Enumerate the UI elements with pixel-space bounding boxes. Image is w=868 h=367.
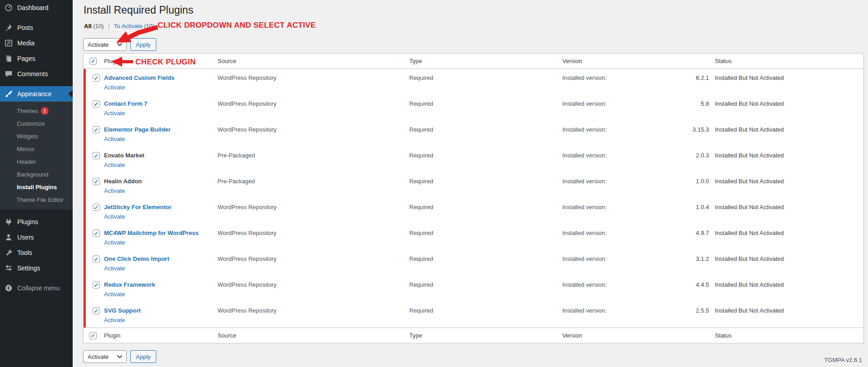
plugin-checkbox[interactable]: ✓ bbox=[93, 230, 100, 237]
sidebar-item-tools[interactable]: Tools bbox=[0, 245, 73, 260]
checkmark-icon: ✓ bbox=[94, 127, 99, 133]
activate-link[interactable]: Activate bbox=[104, 265, 125, 272]
submenu-item-widgets[interactable]: Widgets bbox=[0, 130, 73, 143]
filter-to-activate-count: (10) bbox=[144, 23, 154, 29]
select-all-checkbox[interactable]: ✓ bbox=[89, 332, 97, 339]
filter-separator: | bbox=[108, 23, 109, 29]
plugin-name-link[interactable]: One Click Demo Import bbox=[104, 255, 218, 263]
plugin-source: WordPress Repository bbox=[218, 276, 409, 289]
plugin-checkbox[interactable]: ✓ bbox=[93, 255, 100, 263]
plugin-row: ✓ Healin Addon Activate Pre-Packaged Req… bbox=[84, 172, 863, 198]
status-filter-links: All (10) | To Activate (10) bbox=[84, 23, 154, 29]
sidebar-item-posts[interactable]: Posts bbox=[0, 20, 73, 35]
submenu-item-themes[interactable]: Themes1 bbox=[0, 105, 73, 117]
submenu-item-background[interactable]: Background bbox=[0, 168, 73, 181]
sidebar-separator bbox=[0, 276, 73, 280]
sidebar-item-pages[interactable]: Pages bbox=[0, 51, 73, 66]
plugin-name-link[interactable]: MC4WP Mailchimp for WordPress bbox=[104, 230, 218, 237]
media-icon bbox=[4, 39, 13, 48]
sidebar-item-dashboard[interactable]: Dashboard bbox=[0, 0, 73, 15]
update-count-badge: 1 bbox=[41, 107, 49, 115]
sidebar-item-collapse-menu[interactable]: Collapse menu bbox=[0, 280, 73, 296]
submenu-item-label: Background bbox=[17, 171, 48, 178]
sidebar-item-appearance[interactable]: Appearance bbox=[0, 86, 73, 102]
apply-button[interactable]: Apply bbox=[130, 350, 156, 363]
activate-link[interactable]: Activate bbox=[104, 84, 125, 91]
activate-link[interactable]: Activate bbox=[104, 213, 125, 220]
column-header-plugin[interactable]: Plugin bbox=[104, 58, 218, 64]
installed-version-value: 5.8 bbox=[701, 100, 709, 108]
sidebar-separator bbox=[0, 210, 73, 214]
plugin-checkbox[interactable]: ✓ bbox=[93, 126, 100, 133]
sidebar-item-label: Appearance bbox=[17, 90, 52, 98]
plugin-row: ✓ Elementor Page Builder Activate WordPr… bbox=[84, 121, 863, 147]
sidebar-item-settings[interactable]: Settings bbox=[0, 260, 73, 276]
plugin-source: WordPress Repository bbox=[218, 302, 409, 314]
checkmark-icon: ✓ bbox=[91, 333, 96, 338]
admin-sidebar: Dashboard Posts Media Pages Comments App… bbox=[0, 0, 73, 367]
installed-version-label: Installed version: bbox=[562, 178, 607, 185]
current-menu-arrow-icon bbox=[68, 90, 73, 98]
activate-link[interactable]: Activate bbox=[104, 239, 125, 246]
installed-version-value: 2.5.5 bbox=[696, 307, 709, 314]
plugin-status: Installed But Not Activated bbox=[709, 121, 863, 133]
sidebar-item-comments[interactable]: Comments bbox=[0, 66, 73, 82]
plugin-status: Installed But Not Activated bbox=[709, 198, 863, 211]
apply-button[interactable]: Apply bbox=[130, 38, 156, 51]
sidebar-item-label: Settings bbox=[17, 264, 40, 272]
plugin-checkbox[interactable]: ✓ bbox=[93, 152, 100, 159]
column-header-source: Source bbox=[218, 332, 409, 339]
filter-all[interactable]: All bbox=[84, 23, 92, 29]
dashboard-icon bbox=[4, 3, 13, 12]
checkmark-icon: ✓ bbox=[94, 282, 99, 288]
sidebar-item-plugins[interactable]: Plugins bbox=[0, 214, 73, 230]
plugin-name-link[interactable]: Advanced Custom Fields bbox=[104, 74, 218, 82]
filter-to-activate[interactable]: To Activate bbox=[114, 23, 143, 29]
submenu-item-label: Themes bbox=[17, 108, 38, 114]
plugin-checkbox[interactable]: ✓ bbox=[93, 100, 100, 108]
submenu-item-customize[interactable]: Customize bbox=[0, 117, 73, 130]
plugin-row: ✓ Envato Market Activate Pre-Packaged Re… bbox=[84, 147, 863, 172]
plugin-source: WordPress Repository bbox=[218, 69, 409, 82]
plugin-type: Required bbox=[409, 276, 562, 289]
activate-link[interactable]: Activate bbox=[104, 317, 125, 324]
column-header-plugin[interactable]: Plugin bbox=[104, 332, 218, 339]
sidebar-separator bbox=[0, 15, 73, 20]
activate-link[interactable]: Activate bbox=[104, 187, 125, 195]
activate-link[interactable]: Activate bbox=[104, 110, 125, 117]
sidebar-item-users[interactable]: Users bbox=[0, 230, 73, 245]
submenu-item-menus[interactable]: Menus bbox=[0, 143, 73, 156]
plugin-name-link[interactable]: Contact Form 7 bbox=[104, 100, 218, 108]
bulk-action-select[interactable]: Activate bbox=[83, 350, 127, 363]
plugin-checkbox[interactable]: ✓ bbox=[93, 74, 100, 82]
plugin-name-link[interactable]: SVG Support bbox=[104, 307, 218, 314]
activate-link[interactable]: Activate bbox=[104, 136, 125, 143]
checkmark-icon: ✓ bbox=[94, 308, 99, 314]
activate-link[interactable]: Activate bbox=[104, 291, 125, 298]
plugin-row: ✓ JetSticky For Elementor Activate WordP… bbox=[84, 198, 863, 224]
plugin-checkbox[interactable]: ✓ bbox=[93, 281, 100, 289]
checkmark-icon: ✓ bbox=[91, 58, 96, 64]
plugin-row: ✓ MC4WP Mailchimp for WordPress Activate… bbox=[84, 224, 863, 250]
plugin-type: Required bbox=[409, 172, 562, 185]
sidebar-item-media[interactable]: Media bbox=[0, 35, 73, 51]
plugin-checkbox[interactable]: ✓ bbox=[93, 204, 100, 211]
select-all-checkbox[interactable]: ✓ bbox=[89, 58, 97, 65]
submenu-item-header[interactable]: Header bbox=[0, 156, 73, 168]
bulk-action-select[interactable]: Activate bbox=[83, 38, 127, 51]
plugin-name-link[interactable]: Elementor Page Builder bbox=[104, 126, 218, 133]
installed-version-label: Installed version: bbox=[562, 74, 607, 82]
plugin-name-link[interactable]: Redux Framework bbox=[104, 281, 218, 289]
table-header-row: ✓ Plugin Source Type Version Status bbox=[84, 54, 863, 69]
submenu-item-theme-file-editor[interactable]: Theme File Editor bbox=[0, 194, 73, 206]
submenu-item-install-plugins[interactable]: Install Plugins bbox=[0, 181, 73, 194]
plugin-rows: ✓ Advanced Custom Fields Activate WordPr… bbox=[84, 69, 863, 328]
plugin-checkbox[interactable]: ✓ bbox=[93, 178, 100, 185]
sidebar-item-label: Dashboard bbox=[17, 4, 49, 11]
activate-link[interactable]: Activate bbox=[104, 161, 125, 169]
sidebar-item-label: Posts bbox=[17, 24, 33, 31]
plugin-name-link[interactable]: JetSticky For Elementor bbox=[104, 204, 218, 211]
plugin-checkbox[interactable]: ✓ bbox=[93, 307, 100, 314]
plugin-status: Installed But Not Activated bbox=[709, 302, 863, 314]
sidebar-item-label: Collapse menu bbox=[17, 284, 60, 292]
